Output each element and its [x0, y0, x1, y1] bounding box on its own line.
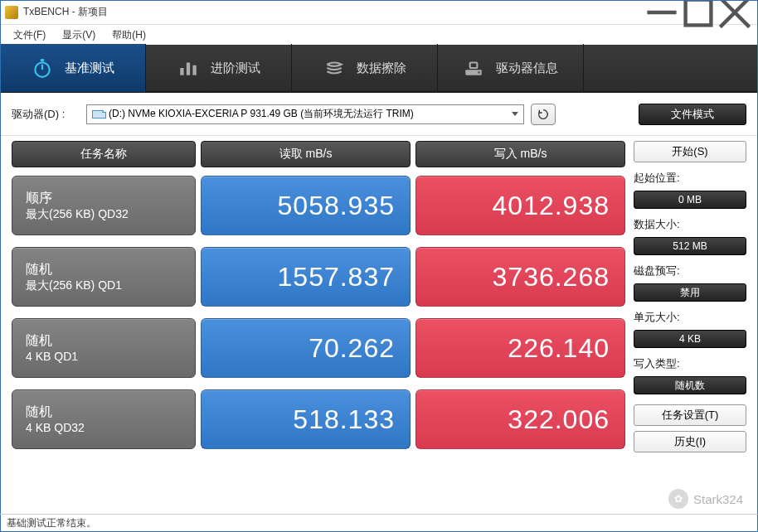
row-label: 顺序 最大(256 KB) QD32 — [12, 176, 196, 235]
svg-rect-6 — [40, 59, 43, 61]
prewrite-value[interactable]: 禁用 — [634, 283, 746, 302]
row-label: 随机 4 KB QD32 — [12, 389, 196, 449]
watermark-text: Stark324 — [693, 492, 743, 506]
drive-label: 驱动器(D) : — [12, 107, 80, 122]
refresh-icon — [537, 108, 550, 121]
write-value: 322.006 — [415, 389, 625, 449]
app-icon — [5, 6, 18, 19]
result-row: 随机 4 KB QD32 518.133 322.006 — [12, 389, 625, 449]
file-mode-button[interactable]: 文件模式 — [639, 104, 746, 125]
window-title: TxBENCH - 新项目 — [23, 5, 644, 19]
drive-row: 驱动器(D) : (D:) NVMe KIOXIA-EXCERIA P 931.… — [0, 93, 758, 136]
main-tabs: 基准测试 进阶测试 数据擦除 驱动器信息 — [0, 45, 758, 93]
read-value: 518.133 — [201, 389, 411, 449]
writetype-label: 写入类型: — [634, 356, 746, 371]
svg-rect-12 — [470, 63, 478, 69]
svg-point-11 — [478, 71, 480, 74]
writetype-value[interactable]: 随机数 — [634, 376, 746, 394]
startpos-value[interactable]: 0 MB — [634, 191, 746, 209]
tab-benchmark[interactable]: 基准测试 — [0, 44, 146, 92]
menu-file[interactable]: 文件(F) — [5, 27, 54, 44]
tab-benchmark-label: 基准测试 — [65, 60, 114, 76]
unitsize-label: 单元大小: — [634, 310, 746, 325]
svg-rect-7 — [180, 68, 183, 75]
svg-rect-1 — [686, 0, 712, 25]
close-button[interactable] — [717, 1, 753, 24]
menu-view[interactable]: 显示(V) — [54, 27, 104, 44]
header-task: 任务名称 — [12, 141, 196, 167]
refresh-button[interactable] — [531, 104, 556, 125]
row-label: 随机 4 KB QD1 — [12, 318, 196, 378]
status-text: 基础测试正常结束。 — [7, 517, 96, 529]
datasize-label: 数据大小: — [634, 217, 746, 232]
bars-icon — [177, 57, 199, 79]
minimize-button[interactable] — [644, 1, 680, 24]
read-value: 1557.837 — [201, 247, 411, 307]
tab-erase-label: 数据擦除 — [357, 60, 406, 76]
datasize-value[interactable]: 512 MB — [634, 237, 746, 255]
task-settings-button[interactable]: 任务设置(T) — [634, 404, 746, 426]
prewrite-label: 磁盘预写: — [634, 264, 746, 278]
drive-select[interactable]: (D:) NVMe KIOXIA-EXCERIA P 931.49 GB (当前… — [86, 104, 524, 124]
start-button[interactable]: 开始(S) — [634, 141, 746, 162]
header-write: 写入 mB/s — [415, 141, 625, 167]
result-row: 顺序 最大(256 KB) QD32 5058.935 4012.938 — [12, 176, 625, 235]
write-value: 3736.268 — [415, 247, 625, 307]
side-panel: 开始(S) 起始位置: 0 MB 数据大小: 512 MB 磁盘预写: 禁用 单… — [634, 141, 746, 461]
erase-icon — [323, 57, 345, 79]
wechat-icon: ✿ — [668, 489, 688, 509]
svg-rect-9 — [192, 65, 196, 75]
tab-erase[interactable]: 数据擦除 — [292, 44, 438, 92]
header-read: 读取 mB/s — [201, 141, 411, 167]
result-row: 随机 最大(256 KB) QD1 1557.837 3736.268 — [12, 247, 625, 307]
tab-driveinfo[interactable]: 驱动器信息 — [438, 44, 584, 92]
status-bar: 基础测试正常结束。 — [0, 514, 758, 532]
read-value: 5058.935 — [201, 176, 411, 235]
title-bar: TxBENCH - 新项目 — [0, 0, 758, 25]
row-label: 随机 最大(256 KB) QD1 — [12, 247, 196, 307]
tab-advanced-label: 进阶测试 — [211, 60, 260, 76]
write-value: 4012.938 — [415, 176, 625, 235]
tab-driveinfo-label: 驱动器信息 — [496, 60, 558, 76]
watermark: ✿ Stark324 — [668, 489, 743, 509]
read-value: 70.262 — [201, 318, 411, 378]
menu-help[interactable]: 帮助(H) — [104, 27, 154, 44]
result-row: 随机 4 KB QD1 70.262 226.140 — [12, 318, 625, 378]
tab-advanced[interactable]: 进阶测试 — [146, 44, 292, 92]
startpos-label: 起始位置: — [634, 171, 746, 186]
drive-select-value: (D:) NVMe KIOXIA-EXCERIA P 931.49 GB (当前… — [109, 107, 414, 121]
svg-rect-8 — [186, 63, 189, 75]
history-button[interactable]: 历史(I) — [634, 431, 746, 452]
unitsize-value[interactable]: 4 KB — [634, 330, 746, 348]
maximize-button[interactable] — [680, 1, 717, 24]
stopwatch-icon — [32, 57, 53, 79]
drive-icon — [463, 57, 484, 79]
write-value: 226.140 — [415, 318, 625, 378]
results-area: 任务名称 读取 mB/s 写入 mB/s 顺序 最大(256 KB) QD32 … — [12, 141, 625, 461]
chevron-down-icon — [512, 112, 518, 116]
disk-icon — [92, 110, 104, 118]
